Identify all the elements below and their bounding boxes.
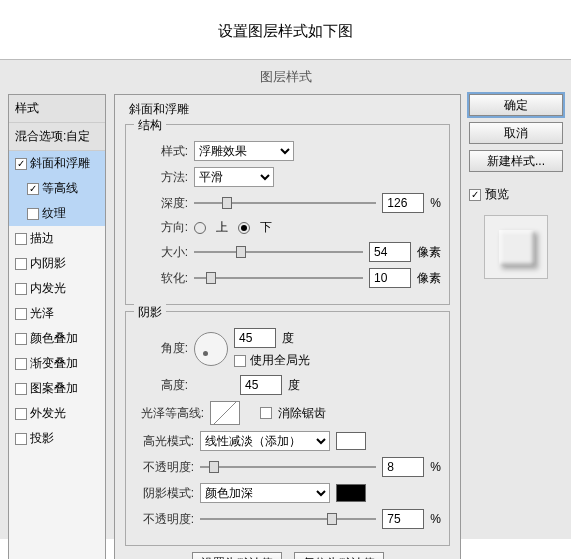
hilite-opacity-slider[interactable] bbox=[200, 459, 376, 475]
shadow-color-swatch[interactable] bbox=[336, 484, 366, 502]
reset-default-button[interactable]: 复位为默认值 bbox=[294, 552, 384, 559]
style-label: 样式: bbox=[134, 143, 188, 160]
sidebar-checkbox-9[interactable] bbox=[15, 383, 27, 395]
hilite-opacity-input[interactable] bbox=[382, 457, 424, 477]
gloss-contour-label: 光泽等高线: bbox=[134, 405, 204, 422]
shadow-legend: 阴影 bbox=[134, 304, 166, 321]
sidebar-label-11: 投影 bbox=[30, 430, 54, 447]
soften-slider[interactable] bbox=[194, 270, 363, 286]
soften-label: 软化: bbox=[134, 270, 188, 287]
sidebar-label-5: 内发光 bbox=[30, 280, 66, 297]
dir-down-label: 下 bbox=[260, 219, 272, 236]
page-title: 设置图层样式如下图 bbox=[0, 0, 571, 59]
depth-slider[interactable] bbox=[194, 195, 376, 211]
size-slider[interactable] bbox=[194, 244, 363, 260]
angle-label: 角度: bbox=[134, 340, 188, 357]
sidebar-header-styles[interactable]: 样式 bbox=[9, 95, 105, 123]
sidebar-item-8[interactable]: 渐变叠加 bbox=[9, 351, 105, 376]
sidebar-label-3: 描边 bbox=[30, 230, 54, 247]
size-input[interactable] bbox=[369, 242, 411, 262]
size-label: 大小: bbox=[134, 244, 188, 261]
angle-input[interactable] bbox=[234, 328, 276, 348]
sidebar-label-6: 光泽 bbox=[30, 305, 54, 322]
sidebar-checkbox-7[interactable] bbox=[15, 333, 27, 345]
sidebar-label-4: 内阴影 bbox=[30, 255, 66, 272]
sidebar-item-5[interactable]: 内发光 bbox=[9, 276, 105, 301]
sidebar-checkbox-0[interactable] bbox=[15, 158, 27, 170]
cancel-button[interactable]: 取消 bbox=[469, 122, 563, 144]
sidebar-checkbox-5[interactable] bbox=[15, 283, 27, 295]
preview-box bbox=[484, 215, 548, 279]
dir-up-radio[interactable] bbox=[194, 222, 206, 234]
soften-input[interactable] bbox=[369, 268, 411, 288]
antialias-label: 消除锯齿 bbox=[278, 405, 326, 422]
antialias-checkbox[interactable] bbox=[260, 407, 272, 419]
sidebar-checkbox-4[interactable] bbox=[15, 258, 27, 270]
sidebar-item-6[interactable]: 光泽 bbox=[9, 301, 105, 326]
sidebar-label-2: 纹理 bbox=[42, 205, 66, 222]
sidebar-checkbox-3[interactable] bbox=[15, 233, 27, 245]
sidebar-item-2[interactable]: 纹理 bbox=[9, 201, 105, 226]
structure-legend: 结构 bbox=[134, 117, 166, 134]
preview-checkbox[interactable] bbox=[469, 189, 481, 201]
shadow-opacity-input[interactable] bbox=[382, 509, 424, 529]
main-panel: 斜面和浮雕 结构 样式: 浮雕效果 方法: 平滑 深度: % bbox=[114, 94, 461, 559]
hilite-opacity-label: 不透明度: bbox=[134, 459, 194, 476]
preview-bevel-icon bbox=[499, 230, 535, 266]
styles-sidebar: 样式 混合选项:自定 斜面和浮雕等高线纹理描边内阴影内发光光泽颜色叠加渐变叠加图… bbox=[8, 94, 106, 559]
main-section-title: 斜面和浮雕 bbox=[129, 101, 450, 118]
shadow-mode-label: 阴影模式: bbox=[134, 485, 194, 502]
hilite-opacity-unit: % bbox=[430, 460, 441, 474]
sidebar-checkbox-8[interactable] bbox=[15, 358, 27, 370]
sidebar-item-1[interactable]: 等高线 bbox=[9, 176, 105, 201]
shadow-opacity-slider[interactable] bbox=[200, 511, 376, 527]
sidebar-label-8: 渐变叠加 bbox=[30, 355, 78, 372]
altitude-unit: 度 bbox=[288, 377, 300, 394]
shadow-opacity-unit: % bbox=[430, 512, 441, 526]
altitude-label: 高度: bbox=[134, 377, 188, 394]
soften-unit: 像素 bbox=[417, 270, 441, 287]
sidebar-checkbox-10[interactable] bbox=[15, 408, 27, 420]
sidebar-label-0: 斜面和浮雕 bbox=[30, 155, 90, 172]
altitude-input[interactable] bbox=[240, 375, 282, 395]
angle-unit: 度 bbox=[282, 330, 294, 347]
sidebar-checkbox-2[interactable] bbox=[27, 208, 39, 220]
depth-input[interactable] bbox=[382, 193, 424, 213]
method-select[interactable]: 平滑 bbox=[194, 167, 274, 187]
sidebar-item-11[interactable]: 投影 bbox=[9, 426, 105, 451]
dir-up-label: 上 bbox=[216, 219, 228, 236]
sidebar-header-blend[interactable]: 混合选项:自定 bbox=[9, 123, 105, 151]
sidebar-checkbox-11[interactable] bbox=[15, 433, 27, 445]
global-light-checkbox[interactable] bbox=[234, 355, 246, 367]
sidebar-item-9[interactable]: 图案叠加 bbox=[9, 376, 105, 401]
angle-control[interactable] bbox=[194, 332, 228, 366]
style-select[interactable]: 浮雕效果 bbox=[194, 141, 294, 161]
new-style-button[interactable]: 新建样式... bbox=[469, 150, 563, 172]
sidebar-item-3[interactable]: 描边 bbox=[9, 226, 105, 251]
sidebar-checkbox-1[interactable] bbox=[27, 183, 39, 195]
global-light-label: 使用全局光 bbox=[250, 352, 310, 369]
right-panel: 确定 取消 新建样式... 预览 bbox=[469, 94, 563, 559]
ok-button[interactable]: 确定 bbox=[469, 94, 563, 116]
shadow-group: 阴影 角度: 度 使用全局光 bbox=[125, 311, 450, 546]
sidebar-label-10: 外发光 bbox=[30, 405, 66, 422]
layer-style-dialog: 图层样式 样式 混合选项:自定 斜面和浮雕等高线纹理描边内阴影内发光光泽颜色叠加… bbox=[0, 59, 571, 539]
hilite-color-swatch[interactable] bbox=[336, 432, 366, 450]
depth-label: 深度: bbox=[134, 195, 188, 212]
sidebar-item-10[interactable]: 外发光 bbox=[9, 401, 105, 426]
sidebar-item-4[interactable]: 内阴影 bbox=[9, 251, 105, 276]
depth-unit: % bbox=[430, 196, 441, 210]
sidebar-checkbox-6[interactable] bbox=[15, 308, 27, 320]
sidebar-item-7[interactable]: 颜色叠加 bbox=[9, 326, 105, 351]
dir-down-radio[interactable] bbox=[238, 222, 250, 234]
sidebar-item-0[interactable]: 斜面和浮雕 bbox=[9, 151, 105, 176]
shadow-mode-select[interactable]: 颜色加深 bbox=[200, 483, 330, 503]
dialog-title: 图层样式 bbox=[0, 60, 571, 94]
make-default-button[interactable]: 设置为默认值 bbox=[192, 552, 282, 559]
direction-label: 方向: bbox=[134, 219, 188, 236]
sidebar-label-9: 图案叠加 bbox=[30, 380, 78, 397]
gloss-contour-picker[interactable] bbox=[210, 401, 240, 425]
hilite-mode-select[interactable]: 线性减淡（添加） bbox=[200, 431, 330, 451]
sidebar-label-1: 等高线 bbox=[42, 180, 78, 197]
structure-group: 结构 样式: 浮雕效果 方法: 平滑 深度: % 方向: bbox=[125, 124, 450, 305]
